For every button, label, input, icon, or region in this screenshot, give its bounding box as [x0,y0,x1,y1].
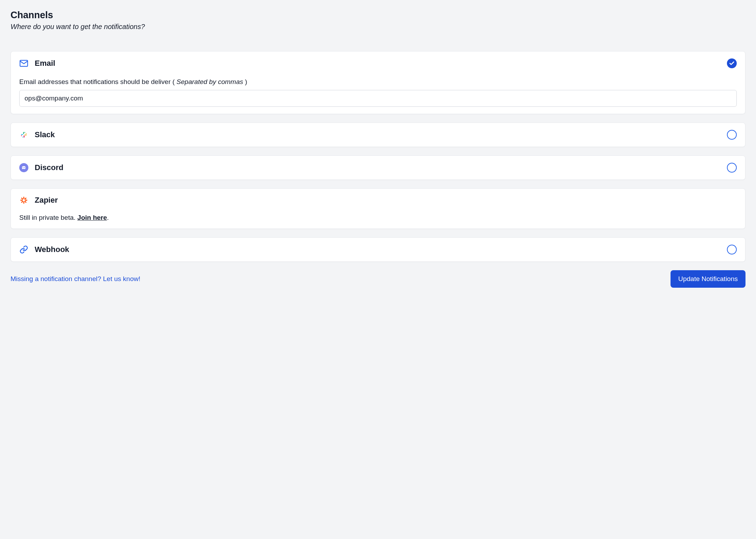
zapier-join-link[interactable]: Join here [77,214,107,221]
zapier-beta-suffix: . [107,214,109,221]
channel-header: Slack [19,130,737,140]
channel-header-left: Discord [19,163,63,172]
svg-rect-2 [23,132,24,134]
email-body: Email addresses that notifications shoul… [19,78,737,107]
channel-title: Slack [35,130,55,139]
channel-title: Email [35,59,55,68]
channel-title: Webhook [35,245,69,254]
footer: Missing a notification channel? Let us k… [11,270,745,288]
email-label-hint: Separated by commas [177,78,243,85]
check-icon [729,61,735,66]
svg-rect-12 [23,197,25,199]
svg-rect-19 [24,201,27,203]
page-subtitle: Where do you want to get the notificatio… [11,23,745,31]
page-title: Channels [11,10,745,21]
channel-header: Email [19,58,737,68]
channel-status-toggle[interactable] [727,245,737,254]
missing-channel-link[interactable]: Missing a notification channel? Let us k… [11,275,140,283]
channel-title: Zapier [35,196,58,205]
channel-header-left: Email [19,59,55,68]
channel-header: Webhook [19,245,737,254]
update-notifications-button[interactable]: Update Notifications [671,270,745,288]
channel-card-webhook: Webhook [11,237,745,262]
channel-status-toggle[interactable] [727,58,737,68]
svg-rect-15 [25,200,27,201]
zapier-beta-text: Still in private beta. [19,214,77,221]
channel-card-discord: Discord [11,155,745,180]
svg-rect-16 [24,197,27,200]
channel-header-left: Zapier [19,196,58,205]
email-icon [19,59,28,68]
svg-rect-13 [23,201,25,204]
channel-card-zapier: Zapier Still in private beta. Join here. [11,188,745,229]
svg-rect-14 [20,200,23,201]
svg-point-11 [24,167,25,168]
channel-header: Zapier [19,196,737,205]
channel-status-toggle[interactable] [727,163,737,173]
channel-card-email: Email Email addresses that notifications… [11,51,745,114]
svg-point-10 [23,167,23,168]
svg-point-6 [25,132,26,133]
email-label-prefix: Email addresses that notifications shoul… [19,78,177,85]
channel-header-left: Webhook [19,245,69,254]
channel-header: Discord [19,163,737,173]
zapier-beta-notice: Still in private beta. Join here. [19,214,737,222]
zapier-icon [19,196,28,205]
channel-status-toggle[interactable] [727,130,737,140]
email-input[interactable] [19,90,737,107]
channel-header-left: Slack [19,130,55,139]
svg-rect-18 [21,197,23,200]
svg-rect-1 [21,134,23,135]
svg-rect-17 [21,201,23,203]
discord-icon [19,163,28,172]
email-label: Email addresses that notifications shoul… [19,78,737,86]
email-label-suffix: ) [243,78,247,85]
channel-title: Discord [35,163,63,172]
svg-rect-3 [25,135,27,136]
svg-point-8 [22,137,23,138]
slack-icon [19,130,28,139]
svg-point-7 [26,133,27,134]
channel-card-slack: Slack [11,122,745,147]
link-icon [19,245,28,254]
svg-rect-4 [24,135,25,138]
svg-point-5 [21,135,22,136]
